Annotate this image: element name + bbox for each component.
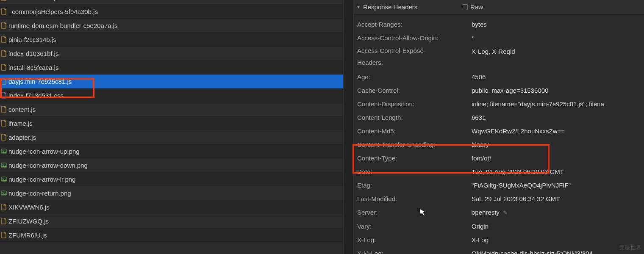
file-type-icon	[1, 0, 7, 1]
header-key: Content-Disposition:	[357, 97, 472, 111]
file-row[interactable]: ZFIUZWGQ.js	[0, 214, 343, 228]
file-row[interactable]: iframe.js	[0, 116, 343, 130]
file-name: ZFIUZWGQ.js	[8, 218, 49, 225]
file-type-icon	[1, 92, 7, 99]
file-name: nudge-icon-return.png	[8, 190, 71, 197]
file-type-icon	[1, 106, 7, 113]
file-row[interactable]: runtime-dom.esm-bundler-c5e20a7a.js	[0, 19, 343, 33]
header-row: X-Log:X-Log	[357, 233, 642, 247]
header-row: Access-Control-Allow-Origin:*	[357, 31, 642, 45]
header-value: WqwGEKdRw2/L2houNxxsZw==	[472, 124, 565, 138]
headers-list: Accept-Ranges:bytesAccess-Control-Allow-…	[354, 14, 644, 254]
file-name: nudge-icon-arrow-up.png	[8, 148, 80, 155]
header-value: X-Log	[472, 233, 489, 247]
header-row: Last-Modified:Sat, 29 Jul 2023 06:34:32 …	[357, 192, 642, 206]
header-value: bytes	[472, 18, 487, 31]
header-row: Vary:Origin	[357, 220, 642, 233]
file-name: content.js	[8, 106, 36, 113]
file-row[interactable]: dayjs.min-7e925c81.js	[0, 75, 343, 88]
file-type-icon	[1, 232, 7, 238]
file-type-icon	[1, 162, 7, 168]
panel-divider[interactable]	[343, 0, 354, 254]
header-row: Etag:"FiAGiltg-SUgMxAeQO4jPIvNJFIF"	[357, 179, 642, 192]
file-name: nudge-icon-arrow-lr.png	[8, 176, 75, 183]
raw-label: Raw	[470, 3, 483, 11]
watermark: 完璇世界	[619, 244, 641, 251]
header-row: Content-Transfer-Encoding:binary	[357, 138, 642, 152]
file-name: nudge-icon-arrow-down.png	[8, 162, 88, 169]
headers-panel: ▼ Response Headers Raw Accept-Ranges:byt…	[354, 0, 644, 254]
header-row: Content-Type:font/otf	[357, 152, 642, 165]
file-row[interactable]: XIKVWWN6.js	[0, 200, 343, 214]
header-value: public, max-age=31536000	[472, 84, 548, 97]
header-key: Cache-Control:	[357, 84, 472, 97]
header-key: Content-Transfer-Encoding:	[357, 138, 472, 152]
file-row[interactable]: install-8c5fcaca.js	[0, 61, 343, 75]
file-row[interactable]: index-d10361bf.js	[0, 47, 343, 61]
header-row: X-M-Log:QNM:xdn-cache-dls-hbsjz-sjz-5;QN…	[357, 247, 642, 254]
file-name: runtime-dom.esm-bundler-c5e20a7a.js	[8, 22, 118, 29]
header-value: "FiAGiltg-SUgMxAeQO4jPIvNJFIF"	[472, 179, 571, 192]
section-title: Response Headers	[363, 3, 417, 11]
header-value: 6631	[472, 111, 486, 124]
file-type-icon	[1, 134, 7, 141]
header-value: X-Log, X-Reqid	[472, 45, 515, 58]
svg-point-5	[3, 178, 3, 179]
header-row: Server:openresty✎	[357, 206, 642, 220]
file-name: XIKVWWN6.js	[8, 204, 50, 211]
file-row[interactable]: nudge-icon-arrow-up.png	[0, 144, 343, 158]
file-type-icon	[1, 78, 7, 85]
file-type-icon	[1, 64, 7, 71]
header-key: Accept-Ranges:	[357, 18, 472, 31]
checkbox-icon[interactable]	[462, 4, 468, 10]
header-key: Content-Md5:	[357, 124, 472, 138]
header-key: Access-Control-Allow-Origin:	[357, 31, 472, 45]
disclosure-triangle-icon[interactable]: ▼	[356, 5, 361, 9]
file-type-icon	[1, 8, 7, 15]
header-key: Content-Length:	[357, 111, 472, 124]
file-row[interactable]: _commonjsHelpers-5f94a30b.js	[0, 5, 343, 19]
header-key: Access-Control-Expose-Headers:	[357, 45, 472, 69]
header-value: Origin	[472, 220, 489, 233]
file-type-icon	[1, 148, 7, 155]
file-row[interactable]: pinia-f2cc314b.js	[0, 33, 343, 47]
file-row[interactable]: adapter.js	[0, 130, 343, 144]
file-row[interactable]: index-7dc9fda8.js	[0, 0, 343, 5]
file-name: adapter.js	[8, 134, 36, 141]
file-name: install-8c5fcaca.js	[8, 64, 58, 71]
header-key: Vary:	[357, 220, 472, 233]
header-key: Last-Modified:	[357, 192, 472, 206]
file-row[interactable]: index-f713d531.css	[0, 88, 343, 102]
file-row[interactable]: nudge-icon-arrow-lr.png	[0, 172, 343, 186]
header-value: binary	[472, 138, 489, 152]
file-name: index-d10361bf.js	[8, 50, 58, 57]
file-type-icon	[1, 50, 7, 57]
raw-toggle[interactable]: Raw	[462, 3, 483, 11]
header-row: Cache-Control:public, max-age=31536000	[357, 84, 642, 97]
response-headers-section[interactable]: ▼ Response Headers Raw	[354, 0, 644, 14]
pencil-icon[interactable]: ✎	[503, 210, 508, 216]
file-name: iframe.js	[8, 120, 33, 127]
header-value: openresty✎	[472, 206, 508, 220]
header-row: Date:Tue, 01 Aug 2023 06:20:03 GMT	[357, 165, 642, 179]
header-key: Date:	[357, 165, 472, 179]
header-key: Age:	[357, 70, 472, 84]
file-type-icon	[1, 204, 7, 210]
header-value: QNM:xdn-cache-dls-hbsjz-sjz-5;QNM3/304	[472, 247, 593, 254]
file-row[interactable]: ZFUMR6IU.js	[0, 228, 343, 242]
header-value: Sat, 29 Jul 2023 06:34:32 GMT	[472, 192, 560, 206]
file-type-icon	[1, 22, 7, 29]
header-row: Content-Md5:WqwGEKdRw2/L2houNxxsZw==	[357, 124, 642, 138]
header-key: X-Log:	[357, 233, 472, 247]
file-row[interactable]: nudge-icon-return.png	[0, 186, 343, 200]
header-value: Tue, 01 Aug 2023 06:20:03 GMT	[472, 165, 564, 179]
file-row[interactable]: nudge-icon-arrow-down.png	[0, 158, 343, 172]
header-key: Etag:	[357, 179, 472, 192]
file-type-icon	[1, 176, 7, 182]
file-row[interactable]: content.js	[0, 102, 343, 116]
header-row: Content-Length:6631	[357, 111, 642, 124]
file-name: index-f713d531.css	[8, 92, 64, 99]
network-file-list[interactable]: index-7dc9fda8.js_commonjsHelpers-5f94a3…	[0, 0, 343, 245]
header-key: X-M-Log:	[357, 247, 472, 254]
header-row: Accept-Ranges:bytes	[357, 18, 642, 31]
